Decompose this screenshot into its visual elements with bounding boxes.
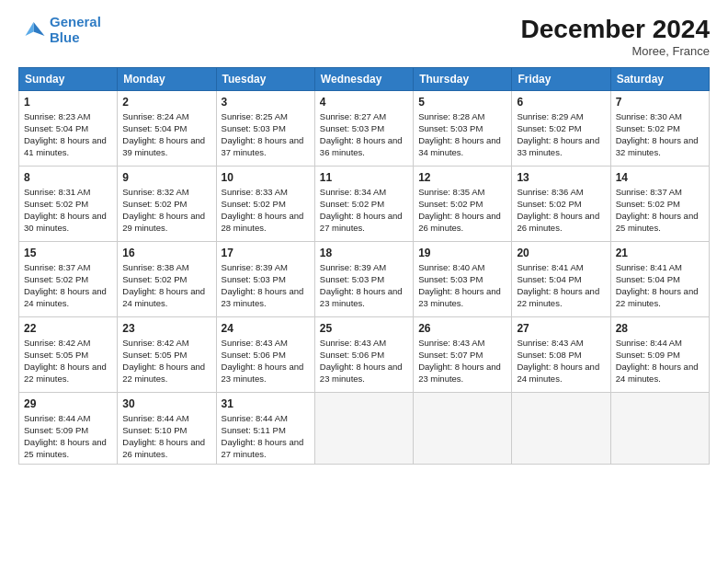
day-number: 18 (320, 246, 408, 260)
calendar-cell: 6 Sunrise: 8:29 AM Sunset: 5:02 PM Dayli… (512, 91, 610, 167)
calendar-cell: 14 Sunrise: 8:37 AM Sunset: 5:02 PM Dayl… (610, 167, 709, 242)
month-title: December 2024 (521, 15, 710, 44)
sunrise-label: Sunrise: 8:42 AM (122, 338, 188, 348)
sunrise-label: Sunrise: 8:38 AM (122, 262, 188, 272)
sunset-label: Sunset: 5:03 PM (222, 123, 286, 133)
day-number: 2 (122, 95, 210, 109)
calendar-cell: 2 Sunrise: 8:24 AM Sunset: 5:04 PM Dayli… (118, 91, 216, 167)
calendar-cell: 1 Sunrise: 8:23 AM Sunset: 5:04 PM Dayli… (19, 91, 118, 167)
sunrise-label: Sunrise: 8:44 AM (616, 338, 682, 348)
sunset-label: Sunset: 5:02 PM (222, 199, 286, 209)
sunset-label: Sunset: 5:03 PM (320, 274, 384, 284)
calendar-cell: 26 Sunrise: 8:43 AM Sunset: 5:07 PM Dayl… (414, 317, 512, 393)
day-number: 30 (122, 396, 210, 411)
day-number: 15 (24, 246, 112, 260)
sunrise-label: Sunrise: 8:31 AM (24, 187, 90, 197)
day-number: 27 (517, 321, 605, 336)
sunset-label: Sunset: 5:02 PM (517, 199, 581, 209)
sunrise-label: Sunrise: 8:35 AM (418, 187, 484, 197)
weekday-header-monday: Monday (118, 68, 216, 91)
daylight-label: Daylight: 8 hours and 24 minutes. (517, 362, 599, 384)
calendar-cell: 12 Sunrise: 8:35 AM Sunset: 5:02 PM Dayl… (414, 167, 512, 242)
sunset-label: Sunset: 5:03 PM (222, 274, 286, 284)
calendar-cell: 24 Sunrise: 8:43 AM Sunset: 5:06 PM Dayl… (216, 317, 314, 393)
calendar-cell: 4 Sunrise: 8:27 AM Sunset: 5:03 PM Dayli… (314, 91, 413, 167)
page: General Blue December 2024 Moree, France… (0, 0, 728, 563)
calendar-cell (314, 393, 413, 465)
day-number: 9 (122, 170, 210, 185)
sunrise-label: Sunrise: 8:43 AM (517, 338, 583, 348)
calendar-cell: 19 Sunrise: 8:40 AM Sunset: 5:03 PM Dayl… (414, 242, 512, 317)
daylight-label: Daylight: 8 hours and 32 minutes. (616, 135, 699, 157)
sunset-label: Sunset: 5:04 PM (517, 274, 581, 284)
calendar-cell: 31 Sunrise: 8:44 AM Sunset: 5:11 PM Dayl… (216, 393, 314, 465)
week-row-4: 22 Sunrise: 8:42 AM Sunset: 5:05 PM Dayl… (19, 317, 710, 393)
week-row-5: 29 Sunrise: 8:44 AM Sunset: 5:09 PM Dayl… (19, 393, 710, 465)
sunrise-label: Sunrise: 8:32 AM (122, 187, 188, 197)
calendar-cell: 23 Sunrise: 8:42 AM Sunset: 5:05 PM Dayl… (118, 317, 216, 393)
sunrise-label: Sunrise: 8:39 AM (320, 262, 386, 272)
sunset-label: Sunset: 5:02 PM (122, 199, 187, 209)
sunset-label: Sunset: 5:04 PM (24, 123, 88, 133)
day-number: 23 (122, 321, 210, 336)
sunrise-label: Sunrise: 8:43 AM (320, 338, 386, 348)
sunset-label: Sunset: 5:07 PM (418, 350, 483, 360)
calendar-cell: 21 Sunrise: 8:41 AM Sunset: 5:04 PM Dayl… (610, 242, 709, 317)
calendar-cell: 15 Sunrise: 8:37 AM Sunset: 5:02 PM Dayl… (19, 242, 118, 317)
day-number: 17 (222, 246, 310, 260)
sunset-label: Sunset: 5:08 PM (517, 350, 581, 360)
sunrise-label: Sunrise: 8:23 AM (24, 111, 90, 121)
sunrise-label: Sunrise: 8:36 AM (517, 187, 583, 197)
sunrise-label: Sunrise: 8:39 AM (222, 262, 288, 272)
sunset-label: Sunset: 5:05 PM (122, 350, 187, 360)
sunset-label: Sunset: 5:02 PM (320, 199, 384, 209)
calendar-cell: 7 Sunrise: 8:30 AM Sunset: 5:02 PM Dayli… (610, 91, 709, 167)
day-number: 21 (616, 246, 704, 260)
logo-text: General Blue (50, 15, 101, 45)
weekday-header-tuesday: Tuesday (216, 68, 314, 91)
daylight-label: Daylight: 8 hours and 23 minutes. (320, 286, 403, 308)
day-number: 4 (320, 95, 408, 109)
logo-icon (18, 17, 46, 44)
weekday-header-row: SundayMondayTuesdayWednesdayThursdayFrid… (19, 68, 710, 91)
calendar-cell: 28 Sunrise: 8:44 AM Sunset: 5:09 PM Dayl… (610, 317, 709, 393)
svg-marker-1 (26, 22, 34, 36)
daylight-label: Daylight: 8 hours and 25 minutes. (616, 211, 699, 233)
daylight-label: Daylight: 8 hours and 24 minutes. (122, 286, 205, 308)
svg-marker-0 (34, 22, 45, 36)
calendar-cell: 25 Sunrise: 8:43 AM Sunset: 5:06 PM Dayl… (314, 317, 413, 393)
day-number: 7 (616, 95, 704, 109)
weekday-header-saturday: Saturday (610, 68, 709, 91)
sunrise-label: Sunrise: 8:33 AM (222, 187, 288, 197)
sunrise-label: Sunrise: 8:44 AM (222, 413, 288, 423)
daylight-label: Daylight: 8 hours and 27 minutes. (320, 211, 403, 233)
daylight-label: Daylight: 8 hours and 36 minutes. (320, 135, 403, 157)
daylight-label: Daylight: 8 hours and 23 minutes. (418, 286, 501, 308)
calendar: SundayMondayTuesdayWednesdayThursdayFrid… (18, 67, 710, 465)
calendar-cell: 29 Sunrise: 8:44 AM Sunset: 5:09 PM Dayl… (19, 393, 118, 465)
calendar-cell: 5 Sunrise: 8:28 AM Sunset: 5:03 PM Dayli… (414, 91, 512, 167)
sunset-label: Sunset: 5:02 PM (616, 123, 680, 133)
sunset-label: Sunset: 5:02 PM (517, 123, 581, 133)
calendar-cell (512, 393, 610, 465)
day-number: 10 (222, 170, 310, 185)
sunrise-label: Sunrise: 8:44 AM (122, 413, 188, 423)
sunrise-label: Sunrise: 8:28 AM (418, 111, 484, 121)
daylight-label: Daylight: 8 hours and 41 minutes. (24, 135, 107, 157)
sunset-label: Sunset: 5:03 PM (418, 123, 483, 133)
sunrise-label: Sunrise: 8:40 AM (418, 262, 484, 272)
calendar-cell: 10 Sunrise: 8:33 AM Sunset: 5:02 PM Dayl… (216, 167, 314, 242)
sunrise-label: Sunrise: 8:30 AM (616, 111, 682, 121)
sunset-label: Sunset: 5:02 PM (418, 199, 483, 209)
day-number: 14 (616, 170, 704, 185)
sunrise-label: Sunrise: 8:42 AM (24, 338, 90, 348)
day-number: 28 (616, 321, 704, 336)
header: General Blue December 2024 Moree, France (18, 15, 710, 58)
calendar-cell (414, 393, 512, 465)
day-number: 16 (122, 246, 210, 260)
logo-line1: General (50, 14, 101, 29)
sunrise-label: Sunrise: 8:24 AM (122, 111, 188, 121)
daylight-label: Daylight: 8 hours and 33 minutes. (517, 135, 599, 157)
sunrise-label: Sunrise: 8:37 AM (616, 187, 682, 197)
daylight-label: Daylight: 8 hours and 23 minutes. (320, 362, 403, 384)
